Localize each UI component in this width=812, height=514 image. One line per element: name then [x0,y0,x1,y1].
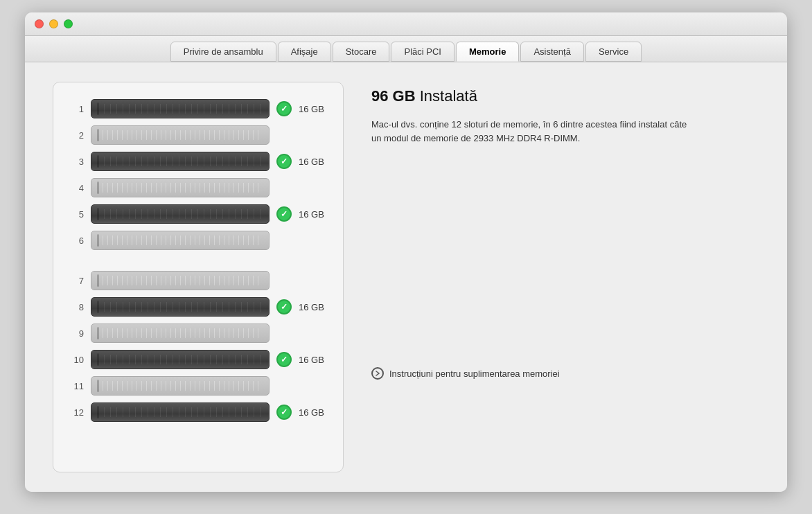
slot-bar-empty [91,178,270,197]
slots-panel: 1 ✓ 16 GB 2 [53,82,344,472]
check-icon: ✓ [276,299,292,314]
info-panel: 96 GB Instalată Mac-ul dvs. conține 12 s… [371,82,759,472]
slot-check: ✓ [276,154,292,169]
tab-memory[interactable]: Memorie [456,42,519,62]
slot-check-empty [276,180,292,195]
slot-check-empty [276,127,292,143]
slot-check: ✓ [276,352,292,367]
slot-bar-wrap [91,350,270,369]
table-row: 9 [70,324,326,343]
slot-check-empty [276,378,292,393]
slot-number: 3 [70,157,84,167]
tab-pci[interactable]: Plăci PCI [391,42,454,62]
minimize-button[interactable] [49,19,58,28]
content-area: 1 ✓ 16 GB 2 [25,62,787,492]
memory-upgrade-link[interactable]: Instrucțiuni pentru suplimentarea memori… [371,367,759,380]
tab-displays[interactable]: Afișaje [278,42,331,62]
slot-bar-wrap [91,231,270,250]
check-icon: ✓ [276,405,292,420]
table-row: 1 ✓ 16 GB [70,99,326,118]
tab-service[interactable]: Service [585,42,642,62]
system-info-window: Privire de ansamblu Afișaje Stocare Plăc… [25,12,787,492]
slot-bar-empty [91,271,270,290]
slot-size: 16 GB [299,209,326,220]
slot-bar-filled [91,152,270,171]
table-row: 11 [70,376,326,396]
slot-bar-wrap [91,376,270,396]
check-icon: ✓ [276,206,292,222]
slot-size: 16 GB [299,302,326,312]
slot-bar-wrap [91,297,270,317]
memory-upgrade-link-text: Instrucțiuni pentru suplimentarea memori… [389,369,560,379]
check-icon: ✓ [276,154,292,169]
slot-check-empty [276,326,292,341]
table-row: 4 [70,178,326,197]
slot-bar-empty [91,231,270,250]
table-row: 10 ✓ 16 GB [70,350,326,369]
check-icon: ✓ [276,352,292,367]
slot-size: 16 GB [299,355,326,365]
slot-number: 5 [70,209,84,220]
tab-overview[interactable]: Privire de ansamblu [170,42,276,62]
memory-total-value: 96 GB [371,87,416,105]
memory-title-suffix: Instalată [420,87,477,105]
slot-bar-wrap [91,402,270,422]
slot-number: 11 [70,381,84,391]
slot-bar-wrap [91,125,270,145]
table-row: 3 ✓ 16 GB [70,152,326,171]
slot-size: 16 GB [299,104,326,114]
slot-number: 8 [70,302,84,312]
slot-bar-filled [91,297,270,317]
slot-number: 6 [70,236,84,246]
slot-number: 10 [70,355,84,365]
slot-size: 16 GB [299,157,326,167]
maximize-button[interactable] [64,19,73,28]
slot-bar-filled [91,204,270,224]
slot-bar-empty [91,324,270,343]
close-button[interactable] [35,19,44,28]
slot-bar-wrap [91,152,270,171]
table-row: 7 [70,271,326,290]
table-row: 2 [70,125,326,145]
arrow-right-icon [371,367,384,380]
table-row: 6 [70,231,326,250]
slot-group-2: 7 8 ✓ 16 GB [70,271,326,422]
table-row: 12 ✓ 16 GB [70,402,326,422]
tab-storage[interactable]: Stocare [333,42,390,62]
titlebar [25,12,787,36]
tab-support[interactable]: Asistență [520,42,583,62]
slot-bar-wrap [91,204,270,224]
slot-number: 4 [70,183,84,193]
memory-total-title: 96 GB Instalată [371,87,759,105]
slot-bar-filled [91,402,270,422]
slot-bar-wrap [91,324,270,343]
slot-bar-filled [91,99,270,118]
slot-check-empty [276,273,292,288]
memory-description: Mac-ul dvs. conține 12 sloturi de memori… [371,118,690,145]
slot-number: 12 [70,407,84,418]
slot-bar-wrap [91,178,270,197]
slot-number: 2 [70,130,84,141]
slot-check: ✓ [276,101,292,116]
slot-number: 7 [70,276,84,286]
slot-group-1: 1 ✓ 16 GB 2 [70,99,326,250]
slot-bar-filled [91,350,270,369]
slot-check: ✓ [276,299,292,314]
tabbar: Privire de ansamblu Afișaje Stocare Plăc… [25,36,787,62]
slot-bar-empty [91,125,270,145]
slot-check: ✓ [276,405,292,420]
table-row: 8 ✓ 16 GB [70,297,326,317]
slot-bar-wrap [91,99,270,118]
slot-bar-wrap [91,271,270,290]
slot-check-empty [276,233,292,248]
slot-number: 1 [70,104,84,114]
slot-bar-empty [91,376,270,396]
slot-number: 9 [70,328,84,339]
check-icon: ✓ [276,101,292,116]
slot-check: ✓ [276,206,292,222]
slot-size: 16 GB [299,407,326,418]
table-row: 5 ✓ 16 GB [70,204,326,224]
